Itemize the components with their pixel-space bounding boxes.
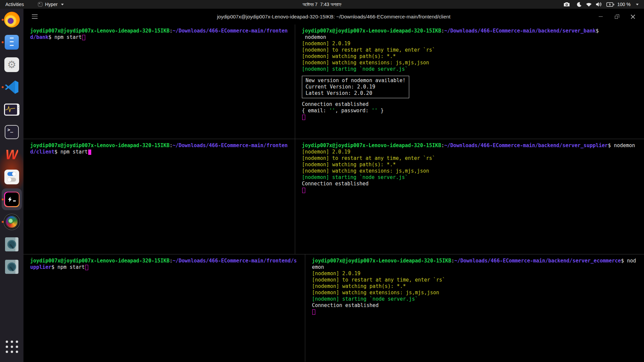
terminal-line: d/client$ npm start: [30, 149, 291, 155]
chevron-down-icon: [61, 4, 64, 5]
hyper-title-bar: joydip007x@joydip007x-Lenovo-ideapad-320…: [23, 9, 644, 24]
system-menu-chevron-icon: [636, 4, 639, 5]
terminal-line: emon: [312, 264, 640, 270]
terminal-line: [nodemon] watching path(s): *.*: [302, 53, 640, 60]
terminal-line: [nodemon] starting `node server.js`: [302, 66, 640, 72]
running-indicator-dot: [2, 19, 4, 21]
dock-item-terminal[interactable]: >_: [1, 124, 22, 140]
app-grid-icon: [6, 341, 18, 353]
terminal-pane-backend-server-ecommerce[interactable]: joydip007x@joydip007x-Lenovo-ideapad-320…: [305, 254, 644, 362]
dock-item-wps-office[interactable]: W: [1, 146, 22, 162]
firefox-icon: [4, 12, 20, 27]
restore-button[interactable]: [614, 14, 620, 20]
running-indicator-dot: [2, 41, 4, 43]
minimize-button[interactable]: [598, 14, 604, 20]
terminal-line: nodemon: [302, 34, 640, 41]
terminal-cursor: [88, 149, 91, 155]
hyper-icon: [4, 192, 19, 207]
dock-item-settings[interactable]: ⚙: [1, 57, 22, 72]
window-title: joydip007x@joydip007x-Lenovo-ideapad-320…: [217, 14, 450, 19]
terminal-row-1: joydip007x@joydip007x-Lenovo-ideapad-320…: [23, 24, 644, 139]
terminal-line: [nodemon] watching extensions: js,mjs,js…: [302, 60, 640, 66]
terminal-row-2: joydip007x@joydip007x-Lenovo-ideapad-320…: [23, 139, 644, 254]
gear-icon: ⚙: [4, 57, 19, 72]
nodemon-update-box: New version of nodemon available!Current…: [302, 76, 409, 98]
terminal-line: { email: '', password: '' }: [302, 108, 640, 114]
disk-drive-icon: [5, 260, 18, 274]
dock-item-tweaks[interactable]: [1, 169, 22, 185]
app-menu-hyper[interactable]: Hyper: [38, 0, 63, 9]
battery-icon: [606, 2, 614, 7]
system-status-area[interactable]: 100 %: [564, 0, 644, 9]
dock-item-files[interactable]: [1, 34, 22, 50]
dock: ⚙>_W: [0, 9, 23, 362]
running-indicator-dot: [2, 221, 4, 223]
dock-item-camera-lens[interactable]: [1, 214, 22, 230]
terminal-line: d/bank$ npm start: [30, 34, 291, 41]
activities-button[interactable]: Activities: [0, 0, 29, 9]
terminal-line: joydip007x@joydip007x-Lenovo-ideapad-320…: [302, 142, 640, 149]
gnome-top-bar: Activities Hyper অক্টোবর 7 7:43 অপরাহ্ন …: [0, 0, 644, 9]
terminal-cursor: [302, 115, 305, 120]
terminal-cursor: [312, 309, 315, 315]
show-applications-button[interactable]: [1, 339, 22, 355]
terminal-line: upplier$ npm start: [30, 264, 301, 270]
terminal-line: joydip007x@joydip007x-Lenovo-ideapad-320…: [312, 258, 640, 264]
dock-item-firefox[interactable]: [1, 12, 22, 27]
hyper-app-menu-icon: [38, 2, 43, 7]
terminal-cursor: [302, 188, 305, 193]
file-manager-icon: [5, 35, 19, 50]
terminal-line: [nodemon] to restart at any time, enter …: [312, 277, 640, 283]
system-monitor-icon: [4, 104, 19, 116]
terminal-line: joydip007x@joydip007x-Lenovo-ideapad-320…: [30, 142, 291, 149]
dock-item-disk-drive-2[interactable]: [1, 259, 22, 275]
dock-item-vscode[interactable]: [1, 79, 22, 95]
terminal-line: [312, 309, 640, 315]
running-indicator-dot: [2, 198, 4, 200]
volume-icon: [596, 2, 602, 7]
dock-item-hyper[interactable]: [1, 191, 22, 207]
terminal-line: [302, 187, 640, 193]
terminal-app-icon: >_: [5, 125, 19, 139]
terminal-line: Connection established: [302, 101, 640, 108]
vscode-icon: [4, 80, 19, 95]
terminal-cursor: [85, 265, 88, 270]
activities-label: Activities: [5, 2, 24, 7]
terminal-pane-frontend-bank[interactable]: joydip007x@joydip007x-Lenovo-ideapad-320…: [23, 24, 295, 139]
terminal-pane-frontend-client[interactable]: joydip007x@joydip007x-Lenovo-ideapad-320…: [23, 139, 295, 254]
clock[interactable]: অক্টোবর 7 7:43 অপরাহ্ন: [303, 2, 341, 7]
terminal-line: joydip007x@joydip007x-Lenovo-ideapad-320…: [30, 28, 291, 34]
running-indicator-dot: [2, 86, 4, 88]
terminal-area: joydip007x@joydip007x-Lenovo-ideapad-320…: [23, 24, 644, 362]
terminal-cursor: [82, 35, 85, 40]
dock-item-disk-drive[interactable]: [1, 236, 22, 252]
terminal-pane-backend-server-supplier[interactable]: joydip007x@joydip007x-Lenovo-ideapad-320…: [295, 139, 644, 254]
terminal-line: [nodemon] watching extensions: js,mjs,js…: [312, 290, 640, 296]
terminal-line: [302, 114, 640, 120]
battery-percent: 100 %: [617, 2, 631, 7]
terminal-line: joydip007x@joydip007x-Lenovo-ideapad-320…: [302, 28, 640, 34]
terminal-pane-backend-server-bank[interactable]: joydip007x@joydip007x-Lenovo-ideapad-320…: [295, 24, 644, 139]
terminal-line: [nodemon] to restart at any time, enter …: [302, 47, 640, 53]
terminal-line: Connection established: [312, 302, 640, 309]
terminal-pane-frontend-supplier[interactable]: joydip007x@joydip007x-Lenovo-ideapad-320…: [23, 254, 305, 362]
close-button[interactable]: [630, 14, 636, 20]
toggles-icon: [4, 170, 19, 184]
hamburger-menu-icon[interactable]: [32, 14, 38, 19]
dock-item-system-monitor[interactable]: [1, 102, 22, 117]
camera-icon: [564, 2, 570, 7]
wps-office-icon: W: [5, 148, 18, 161]
wifi-icon: [586, 2, 592, 7]
terminal-line: [nodemon] 2.0.19: [302, 41, 640, 47]
terminal-line: [nodemon] 2.0.19: [302, 149, 640, 155]
app-menu-label: Hyper: [45, 2, 57, 7]
terminal-line: [nodemon] to restart at any time, enter …: [302, 155, 640, 162]
terminal-line: [nodemon] starting `node server.js`: [302, 174, 640, 181]
terminal-row-3: joydip007x@joydip007x-Lenovo-ideapad-320…: [23, 254, 644, 362]
disk-drive-icon: [5, 237, 18, 251]
terminal-line: [nodemon] starting `node server.js`: [312, 296, 640, 302]
camera-lens-icon: [4, 214, 19, 230]
moon-icon: [577, 2, 582, 7]
terminal-line: [nodemon] watching path(s): *.*: [302, 162, 640, 168]
terminal-line: [nodemon] 2.0.19: [312, 270, 640, 277]
